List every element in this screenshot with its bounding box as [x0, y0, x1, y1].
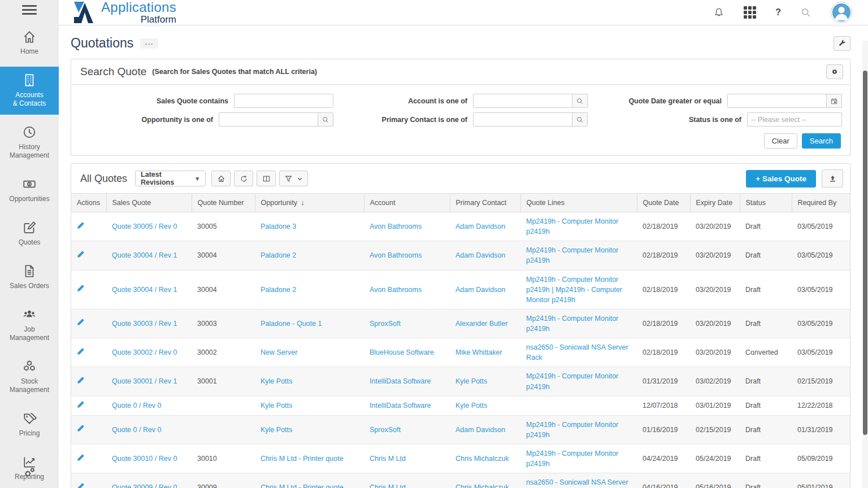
- opportunity-lookup-button[interactable]: [318, 112, 333, 127]
- revision-filter-select[interactable]: Latest Revisions ▼: [135, 171, 206, 186]
- opportunity-link[interactable]: Paladone - Quote 1: [261, 320, 322, 328]
- primary-contact-link[interactable]: Kyle Potts: [455, 377, 487, 385]
- sidebar-item-pricing[interactable]: Pricing: [0, 405, 59, 445]
- edit-quote-button[interactable]: [77, 482, 85, 488]
- primary-contact-link[interactable]: Chris Michalczuk: [455, 483, 509, 488]
- sidebar-item-history-management[interactable]: HistoryManagement: [0, 119, 59, 167]
- primary-contact-link[interactable]: Kyle Potts: [455, 402, 487, 409]
- sales-quote-link[interactable]: Quote 30001 / Rev 1: [112, 377, 177, 385]
- account-link[interactable]: Chris M Ltd: [370, 483, 406, 488]
- apps-menu-button[interactable]: [744, 6, 756, 19]
- account-input[interactable]: [473, 94, 572, 108]
- notifications-button[interactable]: [713, 7, 724, 18]
- edit-quote-button[interactable]: [77, 284, 85, 292]
- quote-date-calendar-button[interactable]: [827, 94, 842, 108]
- primary-contact-lookup-button[interactable]: [572, 112, 588, 127]
- primary-contact-input[interactable]: [473, 112, 572, 127]
- sidebar-item-job-management[interactable]: JobManagement: [0, 301, 59, 349]
- quote-lines-link[interactable]: nsa2650 - Sonicwall NSA Server Rack: [526, 478, 628, 488]
- quote-lines-link[interactable]: Mp2419h - Computer Monitor p2419h: [526, 315, 618, 333]
- column-header-expiry-date[interactable]: Expiry Date: [690, 194, 740, 212]
- sales-quote-link[interactable]: Quote 30003 / Rev 1: [112, 320, 177, 328]
- account-link[interactable]: Avon Bathrooms: [370, 223, 422, 230]
- account-link[interactable]: IntelliData Software: [370, 402, 431, 409]
- opportunity-link[interactable]: Chris M Ltd - Printer quote: [261, 483, 344, 488]
- vertical-scrollbar[interactable]: [862, 41, 868, 488]
- global-search-button[interactable]: [800, 7, 811, 18]
- primary-contact-link[interactable]: Mike Whittaker: [455, 348, 502, 356]
- hamburger-menu-button[interactable]: [0, 0, 59, 19]
- grid-home-button[interactable]: [211, 171, 231, 186]
- quote-lines-link[interactable]: Mp2419h - Computer Monitor p2419h | Mp24…: [526, 276, 622, 304]
- column-header-opportunity[interactable]: Opportunity↓: [255, 194, 364, 212]
- primary-contact-link[interactable]: Chris Michalczuk: [455, 455, 509, 463]
- search-settings-button[interactable]: [826, 64, 843, 79]
- account-link[interactable]: IntelliData Software: [370, 377, 431, 385]
- sidebar-settings-button[interactable]: [0, 465, 59, 480]
- help-button[interactable]: ?: [775, 7, 781, 18]
- new-sales-quote-button[interactable]: + Sales Quote: [746, 170, 816, 188]
- column-header-status[interactable]: Status: [740, 194, 792, 212]
- sidebar-item-stock-management[interactable]: StockManagement: [0, 353, 59, 401]
- opportunity-link[interactable]: Kyle Potts: [261, 426, 292, 434]
- account-link[interactable]: Chris M Ltd: [370, 455, 406, 463]
- quote-lines-link[interactable]: Mp2419h - Computer Monitor p2419h: [526, 217, 618, 236]
- primary-contact-link[interactable]: Adam Davidson: [455, 286, 505, 294]
- edit-quote-button[interactable]: [77, 250, 85, 258]
- quote-lines-link[interactable]: Mp2419h - Computer Monitor p2419h: [526, 372, 618, 390]
- sales-quote-link[interactable]: Quote 30010 / Rev 0: [112, 455, 177, 463]
- search-button[interactable]: Search: [802, 133, 841, 149]
- opportunity-link[interactable]: Paladone 3: [261, 223, 296, 230]
- account-lookup-button[interactable]: [572, 94, 588, 108]
- opportunity-link[interactable]: Paladone 2: [261, 286, 296, 294]
- quote-lines-link[interactable]: Mp2419h - Computer Monitor p2419h: [526, 421, 618, 439]
- page-options-button[interactable]: ...: [140, 38, 158, 49]
- account-link[interactable]: SproxSoft: [370, 426, 401, 434]
- column-header-quote-number[interactable]: Quote Number: [192, 194, 255, 212]
- opportunity-link[interactable]: Paladone 2: [261, 251, 296, 259]
- sidebar-item-sales-orders[interactable]: Sales Orders: [0, 258, 59, 297]
- sales-quote-link[interactable]: Quote 30002 / Rev 0: [112, 348, 177, 356]
- column-header-quote-lines[interactable]: Quote Lines: [520, 194, 637, 212]
- column-header-sales-quote[interactable]: Sales Quote: [106, 194, 192, 212]
- filter-button[interactable]: [279, 171, 308, 186]
- app-logo[interactable]: Applications Platform: [71, 0, 176, 25]
- account-link[interactable]: Avon Bathrooms: [370, 251, 422, 259]
- sales-quote-link[interactable]: Quote 30004 / Rev 1: [112, 286, 177, 294]
- sales-quote-link[interactable]: Quote 0 / Rev 0: [112, 402, 162, 409]
- edit-quote-button[interactable]: [77, 221, 85, 229]
- primary-contact-link[interactable]: Alexander Butler: [455, 320, 507, 328]
- sales-quote-link[interactable]: Quote 30005 / Rev 0: [112, 223, 177, 230]
- sales-quote-link[interactable]: Quote 0 / Rev 0: [112, 426, 162, 434]
- columns-button[interactable]: [257, 171, 276, 186]
- sales-quote-contains-input[interactable]: [234, 94, 333, 108]
- edit-quote-button[interactable]: [77, 347, 85, 355]
- opportunity-link[interactable]: Chris M Ltd - Printer quote: [261, 455, 344, 463]
- account-link[interactable]: SproxSoft: [370, 320, 401, 328]
- clear-button[interactable]: Clear: [764, 133, 797, 149]
- sales-quote-link[interactable]: Quote 30009 / Rev 0: [112, 483, 177, 488]
- quote-lines-link[interactable]: Mp2419h - Computer Monitor p2419h: [526, 450, 618, 468]
- edit-quote-button[interactable]: [77, 318, 85, 326]
- opportunity-link[interactable]: Kyle Potts: [261, 402, 292, 409]
- edit-quote-button[interactable]: [77, 400, 85, 408]
- sidebar-item-home[interactable]: Home: [0, 23, 59, 63]
- column-header-actions[interactable]: Actions: [71, 194, 106, 212]
- column-header-account[interactable]: Account: [364, 194, 450, 212]
- user-avatar[interactable]: [831, 2, 852, 23]
- quote-date-input[interactable]: [727, 94, 827, 108]
- opportunity-link[interactable]: New Server: [261, 348, 297, 356]
- edit-quote-button[interactable]: [77, 424, 85, 432]
- primary-contact-link[interactable]: Adam Davidson: [455, 223, 505, 230]
- status-select[interactable]: [747, 112, 842, 127]
- primary-contact-link[interactable]: Adam Davidson: [455, 426, 505, 434]
- opportunity-link[interactable]: Kyle Potts: [261, 377, 292, 385]
- export-button[interactable]: [822, 169, 843, 188]
- page-tools-button[interactable]: [834, 36, 850, 51]
- column-header-quote-date[interactable]: Quote Date: [637, 194, 690, 212]
- edit-quote-button[interactable]: [77, 454, 85, 461]
- sidebar-item-opportunities[interactable]: Opportunities: [0, 171, 59, 210]
- primary-contact-link[interactable]: Adam Davidson: [455, 251, 505, 259]
- sidebar-item-accounts-contacts[interactable]: Accounts& Contacts: [0, 67, 59, 115]
- sidebar-item-quotes[interactable]: Quotes: [0, 214, 59, 254]
